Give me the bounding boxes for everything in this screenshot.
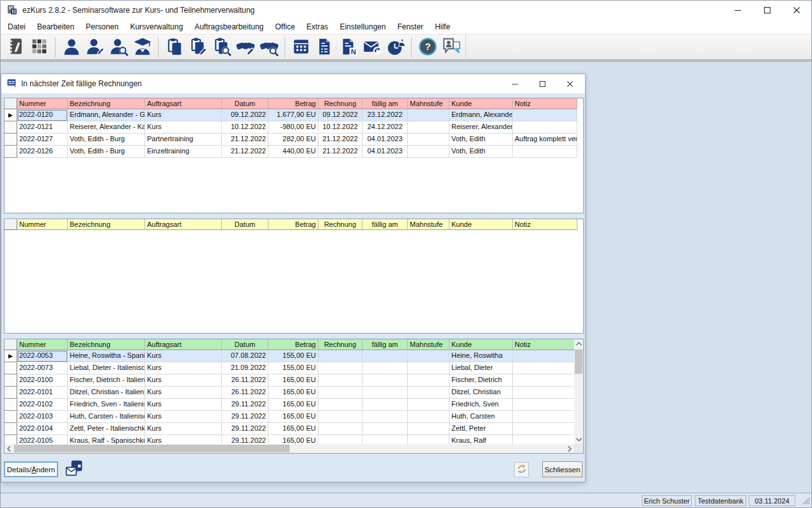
table-cell[interactable] <box>408 387 449 399</box>
table-cell[interactable]: 26.11.2022 <box>222 374 269 387</box>
column-header[interactable]: Auftragsart <box>145 98 222 109</box>
row-selector[interactable]: ▶ <box>4 109 17 121</box>
table-cell[interactable]: 440,00 EU <box>269 146 318 158</box>
table-cell[interactable] <box>513 121 577 134</box>
table-row[interactable]: 2022-0127Voth, Edith - BurgPartnertraini… <box>4 134 583 146</box>
export-mail-button[interactable] <box>64 459 84 479</box>
table-cell[interactable]: 2022-0121 <box>17 121 68 134</box>
send-mail-button[interactable] <box>360 36 384 59</box>
table-cell[interactable] <box>318 362 363 374</box>
column-header[interactable]: Nummer <box>17 219 68 230</box>
table-cell[interactable] <box>408 423 449 435</box>
table-cell[interactable]: Kurs <box>145 362 222 374</box>
table-cell[interactable]: 26.11.2022 <box>222 387 269 399</box>
table-cell[interactable] <box>318 411 363 423</box>
order-search-button[interactable] <box>210 36 233 59</box>
table-cell[interactable]: 165,00 EU <box>269 411 318 423</box>
table-cell[interactable]: Zettl, Peter <box>449 423 513 435</box>
table-cell[interactable] <box>513 411 577 423</box>
scroll-left-icon[interactable] <box>4 444 13 453</box>
table-cell[interactable]: Partnertraining <box>145 134 222 146</box>
table-cell[interactable]: Voth, Edith - Burg <box>68 146 145 158</box>
person-search-button[interactable] <box>107 36 130 59</box>
row-selector[interactable] <box>4 134 17 146</box>
menu-auftragsbearbeitung[interactable]: Auftragsbearbeitung <box>189 20 269 33</box>
table-cell[interactable]: 2022-0104 <box>17 423 68 435</box>
table-cell[interactable]: Kurs <box>145 387 222 399</box>
table-cell[interactable] <box>513 423 577 435</box>
table-cell[interactable] <box>318 399 363 411</box>
table-row[interactable]: 2022-0101Ditzel, Christian - ItalienisKu… <box>4 387 583 399</box>
table-cell[interactable]: Zettl, Peter - Italienischk <box>68 423 145 435</box>
table-cell[interactable]: 24.12.2022 <box>363 121 408 134</box>
table-row[interactable]: 2022-0126Voth, Edith - BurgEinzeltrainin… <box>4 146 583 158</box>
table-cell[interactable] <box>363 374 408 387</box>
table-cell[interactable] <box>318 423 363 435</box>
table-cell[interactable]: Liebal, Dieter <box>449 362 513 374</box>
table-cell[interactable] <box>513 146 577 158</box>
table-cell[interactable]: Erdmann, Alexander <box>449 109 513 121</box>
column-header[interactable]: Rechnung <box>318 219 363 230</box>
table-cell[interactable]: Erdmann, Alexander - Gi <box>68 109 145 121</box>
row-selector[interactable] <box>4 423 17 435</box>
table-cell[interactable]: Kurs <box>145 121 222 134</box>
table-cell[interactable]: 2022-0073 <box>17 362 68 374</box>
menu-hilfe[interactable]: Hilfe <box>429 20 456 33</box>
column-header[interactable]: Datum <box>222 219 269 230</box>
column-header[interactable]: Betrag <box>269 219 318 230</box>
table-cell[interactable]: Reiserer, Alexander <box>449 121 513 134</box>
table-cell[interactable] <box>513 362 577 374</box>
dialog-minimize-button[interactable] <box>501 74 529 93</box>
minimize-button[interactable] <box>723 1 753 20</box>
horizontal-scrollbar[interactable] <box>4 444 574 453</box>
calendar-button[interactable] <box>289 36 313 59</box>
reminder-button[interactable] <box>384 36 407 59</box>
table-cell[interactable]: Ditzel, Christian - Italienis <box>68 387 145 399</box>
vertical-scroll-thumb[interactable] <box>575 350 582 374</box>
table-cell[interactable]: Ditzel, Christian <box>449 387 513 399</box>
column-header[interactable]: Mahnstufe <box>408 339 449 350</box>
column-header[interactable]: Mahnstufe <box>408 98 449 109</box>
selector-header[interactable] <box>4 98 17 109</box>
dialog-close-button[interactable] <box>556 74 584 93</box>
table-cell[interactable] <box>513 387 577 399</box>
table-cell[interactable] <box>363 411 408 423</box>
table-cell[interactable] <box>408 121 449 134</box>
menu-einstellungen[interactable]: Einstellungen <box>334 20 391 33</box>
table-row[interactable]: ▶2022-0120Erdmann, Alexander - GiKurs09.… <box>4 109 583 121</box>
table-cell[interactable]: Fischer, Dietrich - Italieni <box>68 374 145 387</box>
row-selector[interactable] <box>4 374 17 387</box>
table-cell[interactable]: Kurs <box>145 399 222 411</box>
vertical-scrollbar[interactable] <box>574 339 583 444</box>
table-cell[interactable]: Kurs <box>145 109 222 121</box>
table-cell[interactable]: 2022-0126 <box>17 146 68 158</box>
table-cell[interactable]: 04.01.2023 <box>363 134 408 146</box>
horizontal-scroll-thumb[interactable] <box>14 445 290 452</box>
table-cell[interactable] <box>408 411 449 423</box>
table-cell[interactable]: 29.11.2022 <box>222 399 269 411</box>
contract-search-button[interactable] <box>257 36 281 59</box>
table-cell[interactable] <box>513 109 577 121</box>
close-button[interactable] <box>782 1 811 20</box>
contract-edit-button[interactable] <box>233 36 257 59</box>
order-button[interactable] <box>162 36 186 59</box>
table-cell[interactable]: 21.12.2022 <box>318 134 363 146</box>
column-header[interactable]: Datum <box>222 339 269 350</box>
table-cell[interactable] <box>408 399 449 411</box>
table-cell[interactable]: Huth, Carsten - Italienisc <box>68 411 145 423</box>
table-cell[interactable]: Kurs <box>145 411 222 423</box>
column-header[interactable]: Betrag <box>269 98 318 109</box>
column-header[interactable]: Bezeichnung <box>68 339 145 350</box>
table-cell[interactable]: Kurs <box>145 423 222 435</box>
table-cell[interactable]: Huth, Carsten <box>449 411 513 423</box>
column-header[interactable]: Nummer <box>17 339 68 350</box>
table-cell[interactable]: Kurs <box>145 374 222 387</box>
column-header[interactable]: Mahnstufe <box>408 219 449 230</box>
menu-personen[interactable]: Personen <box>80 20 124 33</box>
table-row[interactable]: ▶2022-0053Heine, Roswitha - SpaniKurs07.… <box>4 350 583 362</box>
column-header[interactable]: Kunde <box>449 98 513 109</box>
table-cell[interactable] <box>513 374 577 387</box>
table-row[interactable]: 2022-0102Friedrich, Sven - ItalienisKurs… <box>4 399 583 411</box>
table-cell[interactable]: Heine, Roswitha - Spani <box>68 350 145 362</box>
row-selector[interactable] <box>4 146 17 158</box>
